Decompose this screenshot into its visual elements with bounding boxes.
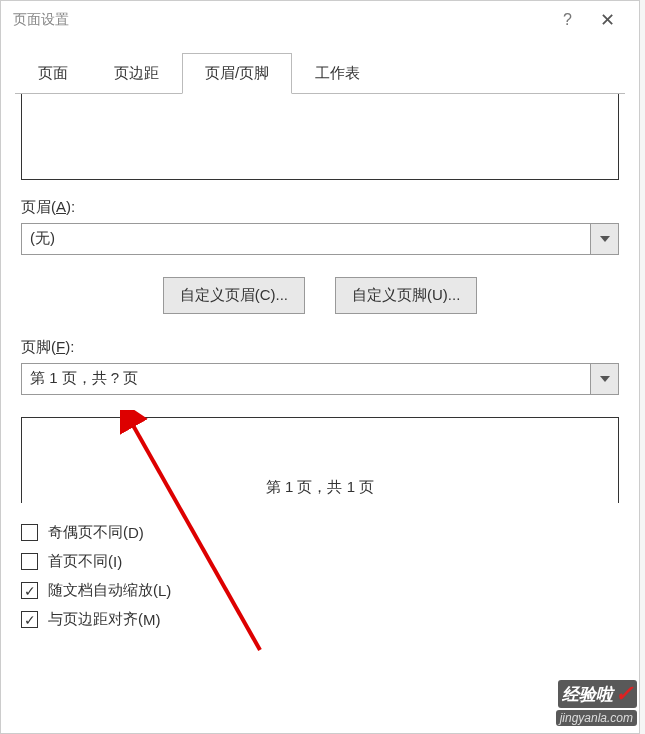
header-combo[interactable]: (无) xyxy=(21,223,619,255)
checkbox-first-page[interactable]: 首页不同(I) xyxy=(21,552,619,571)
close-button[interactable]: ✕ xyxy=(588,9,627,31)
content: 页眉(A): (无) 自定义页眉(C)... 自定义页脚(U)... 页脚(F)… xyxy=(1,94,639,629)
checkbox-odd-even[interactable]: 奇偶页不同(D) xyxy=(21,523,619,542)
footer-preview-text: 第 1 页，共 1 页 xyxy=(266,478,374,497)
footer-combo-dropdown[interactable] xyxy=(590,364,618,394)
chevron-down-icon xyxy=(600,236,610,242)
tab-margins[interactable]: 页边距 xyxy=(91,53,182,94)
checkbox-icon xyxy=(21,553,38,570)
tab-worksheet[interactable]: 工作表 xyxy=(292,53,383,94)
header-combo-dropdown[interactable] xyxy=(590,224,618,254)
footer-combo-value: 第 1 页，共 ? 页 xyxy=(22,364,590,394)
header-combo-value: (无) xyxy=(22,224,590,254)
tabs: 页面 页边距 页眉/页脚 工作表 xyxy=(1,39,639,94)
tab-header-footer[interactable]: 页眉/页脚 xyxy=(182,53,292,94)
page-setup-dialog: 页面设置 ? ✕ 页面 页边距 页眉/页脚 工作表 页眉(A): (无) 自定义… xyxy=(0,0,640,734)
custom-header-button[interactable]: 自定义页眉(C)... xyxy=(163,277,305,314)
dialog-title: 页面设置 xyxy=(13,11,547,29)
watermark: 经验啦✓ jingyanla.com xyxy=(556,680,637,726)
checkbox-icon xyxy=(21,582,38,599)
footer-preview: 第 1 页，共 1 页 xyxy=(21,417,619,503)
watermark-title: 经验啦✓ xyxy=(558,680,637,708)
custom-buttons: 自定义页眉(C)... 自定义页脚(U)... xyxy=(21,277,619,314)
footer-combo[interactable]: 第 1 页，共 ? 页 xyxy=(21,363,619,395)
checkbox-align-margin[interactable]: 与页边距对齐(M) xyxy=(21,610,619,629)
watermark-url: jingyanla.com xyxy=(556,710,637,726)
footer-label: 页脚(F): xyxy=(21,338,619,357)
checkbox-scale[interactable]: 随文档自动缩放(L) xyxy=(21,581,619,600)
chevron-down-icon xyxy=(600,376,610,382)
header-preview xyxy=(21,94,619,180)
checkbox-group: 奇偶页不同(D) 首页不同(I) 随文档自动缩放(L) 与页边距对齐(M) xyxy=(21,523,619,629)
help-button[interactable]: ? xyxy=(547,11,588,29)
titlebar: 页面设置 ? ✕ xyxy=(1,1,639,39)
check-icon: ✓ xyxy=(615,681,633,707)
header-label: 页眉(A): xyxy=(21,198,619,217)
checkbox-icon xyxy=(21,611,38,628)
custom-footer-button[interactable]: 自定义页脚(U)... xyxy=(335,277,477,314)
checkbox-icon xyxy=(21,524,38,541)
tab-page[interactable]: 页面 xyxy=(15,53,91,94)
